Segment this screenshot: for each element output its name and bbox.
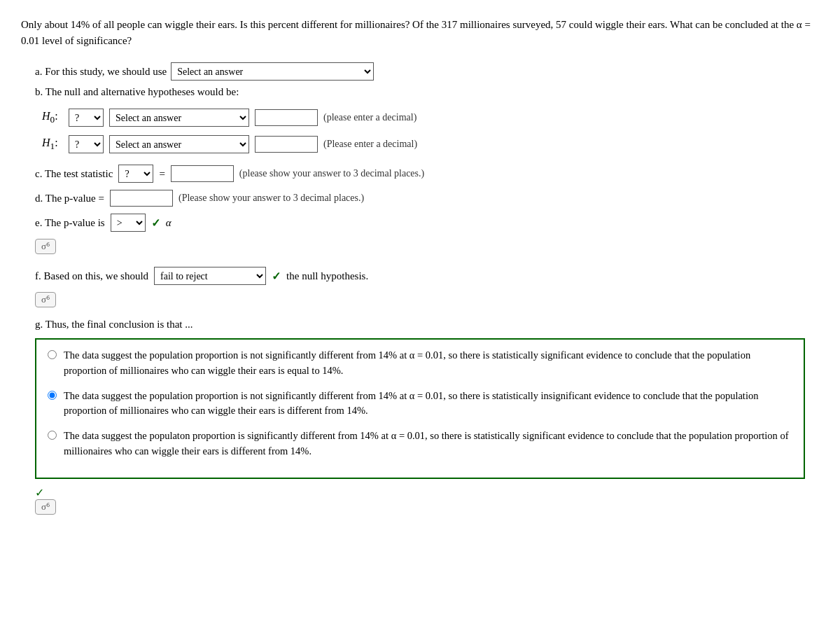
conclusion-option-2[interactable]: The data suggest the population proporti… <box>48 389 792 419</box>
test-stat-type-select[interactable]: ? z t χ² F <box>118 165 153 183</box>
part-c-paren: (please show your answer to 3 decimal pl… <box>239 168 424 179</box>
h1-label: H1: <box>42 137 63 152</box>
part-d-label: d. The p-value = <box>35 193 104 204</box>
sigma-button-g[interactable]: σ⁶ <box>35 499 56 515</box>
h1-answer-select[interactable]: Select an answer p = 0.14 p ≠ 0.14 p < 0… <box>109 135 249 153</box>
alpha-symbol: α <box>166 217 172 229</box>
sigma-button-f[interactable]: σ⁶ <box>35 292 56 307</box>
h0-decimal-input[interactable] <box>255 109 318 126</box>
part-g-label: g. Thus, the final conclusion is that ..… <box>35 319 193 330</box>
part-f-suffix: the null hypothesis. <box>286 270 368 282</box>
equals-sign: = <box>159 168 164 180</box>
h1-decimal-input[interactable] <box>255 136 318 153</box>
fail-reject-select[interactable]: fail to reject reject accept <box>154 267 266 285</box>
conclusion-option-1[interactable]: The data suggest the population proporti… <box>48 348 792 379</box>
conclusion-radio-3[interactable] <box>48 431 57 440</box>
part-b-label: b. The null and alternative hypotheses w… <box>35 83 819 100</box>
conclusion-option-3[interactable]: The data suggest the populaton proportio… <box>48 429 792 459</box>
conclusion-text-1: The data suggest the population proporti… <box>64 348 792 379</box>
h0-label: H0: <box>42 110 63 125</box>
h0-operator-select[interactable]: ? = ≠ < > ≤ ≥ <box>69 109 104 127</box>
h0-answer-select[interactable]: Select an answer p = 0.14 p ≠ 0.14 p < 0… <box>109 109 249 127</box>
conclusion-radio-1[interactable] <box>48 350 57 359</box>
pvalue-input[interactable] <box>110 190 173 207</box>
part-c-label: c. The test statistic <box>35 168 113 180</box>
bottom-checkmark: ✓ <box>35 486 819 499</box>
test-stat-input[interactable] <box>171 165 234 182</box>
part-e-label: e. The p-value is <box>35 217 105 229</box>
conclusion-text-3: The data suggest the populaton proportio… <box>64 429 792 459</box>
h1-paren: (Please enter a decimal) <box>323 139 417 150</box>
e-checkmark: ✓ <box>151 216 160 230</box>
part-d-paren: (Please show your answer to 3 decimal pl… <box>178 193 364 204</box>
part-f-label: f. Based on this, we should <box>35 270 148 282</box>
part-a-label: a. For this study, we should use <box>35 63 167 80</box>
h1-operator-select[interactable]: ? = ≠ < > ≤ ≥ <box>69 135 104 153</box>
h0-paren: (please enter a decimal) <box>323 112 416 123</box>
intro-text: Only about 14% of all people can wiggle … <box>21 17 819 48</box>
conclusion-radio-2[interactable] <box>48 391 57 400</box>
f-checkmark: ✓ <box>272 270 281 283</box>
pvalue-operator-select[interactable]: > < = ≥ ≤ <box>111 214 146 232</box>
conclusion-box: The data suggest the population proporti… <box>35 338 805 479</box>
sigma-button-e[interactable]: σ⁶ <box>35 239 56 254</box>
study-answer-select[interactable]: Select an answer z-test for proportions … <box>171 62 374 81</box>
conclusion-text-2: The data suggest the population proporti… <box>64 389 792 419</box>
